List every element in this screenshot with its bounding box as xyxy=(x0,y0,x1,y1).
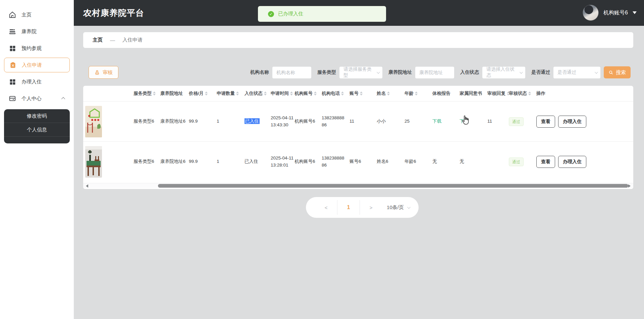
download-link[interactable]: 下载 xyxy=(460,119,469,124)
audit-button-label: 审核 xyxy=(103,69,113,76)
next-page-button[interactable]: > xyxy=(360,205,382,210)
sidebar-item-personal-center[interactable]: 个人中心 xyxy=(4,91,70,106)
room-photo-thumbnail[interactable] xyxy=(85,106,102,137)
sort-icon[interactable] xyxy=(205,90,208,97)
cell-age: 25 xyxy=(404,118,432,125)
sidebar-item-label: 办理入住 xyxy=(21,79,42,85)
cell-org-account: 机构账号6 xyxy=(294,118,321,125)
chevron-up-icon xyxy=(61,97,65,101)
search-button-label: 搜索 xyxy=(616,69,626,76)
audit-button[interactable]: 审核 xyxy=(89,66,118,79)
org-name-label: 机构名称 xyxy=(250,69,269,75)
search-button[interactable]: 搜索 xyxy=(604,66,631,78)
approved-select-value: 是否通过 xyxy=(557,69,576,75)
cell-address: 康养院地址6 xyxy=(160,118,188,125)
sort-icon[interactable] xyxy=(264,90,267,97)
checkin-status-select[interactable]: 请选择入住状态 xyxy=(482,67,525,78)
org-name-input[interactable] xyxy=(272,67,311,78)
scroll-left-arrow-icon[interactable] xyxy=(84,184,88,188)
grid-icon xyxy=(9,45,16,52)
sort-icon[interactable] xyxy=(387,90,390,97)
sort-icon[interactable] xyxy=(153,90,156,97)
table-row: 服务类型6 康养院地址6 99.9 1 已入住 2025-04-1113:28:… xyxy=(83,141,633,182)
sidebar-item-checkin-application[interactable]: 入住申请 xyxy=(4,58,70,72)
checkin-status-label: 入住状态 xyxy=(460,69,479,75)
view-button[interactable]: 查看 xyxy=(536,156,555,168)
approved-label: 是否通过 xyxy=(531,69,550,75)
breadcrumb: 主页 — 入住申请 xyxy=(83,32,633,48)
chevron-down-icon xyxy=(520,70,523,74)
cell-account: 11 xyxy=(349,118,376,125)
sidebar-item-label: 主页 xyxy=(21,12,32,18)
sidebar-item-visit-booking[interactable]: 预约参观 xyxy=(4,41,70,56)
sort-icon[interactable] xyxy=(415,90,418,97)
column-actions: 操作 xyxy=(536,90,633,97)
avatar[interactable] xyxy=(583,5,599,21)
service-type-label: 服务类型 xyxy=(317,69,336,75)
username: 机构账号6 xyxy=(603,9,628,16)
search-icon xyxy=(608,70,613,75)
service-type-select-value: 请选择服务类型 xyxy=(343,66,374,78)
approved-select[interactable]: 是否通过 xyxy=(553,67,600,78)
breadcrumb-root[interactable]: 主页 xyxy=(93,37,103,43)
check-circle-icon: ✓ xyxy=(268,11,274,17)
submenu-item-change-password[interactable]: 修改密码 xyxy=(4,109,70,123)
cell-family-consent: 下载 xyxy=(459,118,487,125)
cell-account: 账号6 xyxy=(349,158,376,165)
cell-health-report: 无 xyxy=(432,158,459,165)
column-name: 姓名 xyxy=(376,90,404,97)
success-toast: ✓ 已办理入住 xyxy=(258,6,386,22)
cell-name: 小小 xyxy=(376,118,404,125)
sidebar-item-nursing-home[interactable]: 康养院 xyxy=(4,24,70,39)
cell-audit-status: 通过 xyxy=(508,117,536,126)
scroll-right-arrow-icon[interactable] xyxy=(628,184,632,188)
grid-icon xyxy=(9,78,16,85)
cell-price: 99.9 xyxy=(188,118,216,125)
sort-icon[interactable] xyxy=(528,90,531,97)
sort-icon[interactable] xyxy=(236,90,239,97)
column-org-phone: 机构电话 xyxy=(321,90,349,97)
cell-actions: 查看 办理入住 xyxy=(536,156,633,168)
breadcrumb-current: 入住申请 xyxy=(122,37,143,43)
process-checkin-button[interactable]: 办理入住 xyxy=(558,116,586,128)
toast-message: 已办理入住 xyxy=(278,11,303,17)
applications-table: 服务类型 康养院地址 价格/月 申请数量 入住状态 申请时间 机构账号 机构电话… xyxy=(83,86,633,189)
cell-health-report: 下载 xyxy=(432,118,459,125)
submenu-item-personal-info[interactable]: 个人信息 xyxy=(4,123,70,137)
column-quantity: 申请数量 xyxy=(216,90,244,97)
download-link[interactable]: 下载 xyxy=(432,119,441,124)
process-checkin-button[interactable]: 办理入住 xyxy=(558,156,586,168)
horizontal-scrollbar[interactable] xyxy=(83,183,633,188)
home-icon xyxy=(9,11,16,18)
prev-page-button[interactable]: < xyxy=(315,205,337,210)
top-header-bar: 农村康养院平台 ✓ 已办理入住 机构账号6 xyxy=(74,0,644,26)
card-icon xyxy=(9,95,16,102)
sort-icon[interactable] xyxy=(290,90,293,97)
address-input[interactable] xyxy=(415,67,454,78)
column-service-type: 服务类型 xyxy=(133,90,160,97)
scrollbar-thumb[interactable] xyxy=(158,184,628,188)
column-health-report: 体检报告 xyxy=(432,90,459,97)
sidebar-item-label: 个人中心 xyxy=(21,95,42,102)
column-checkin-status: 入住状态 xyxy=(244,90,270,97)
cell-family-consent: 无 xyxy=(459,158,487,165)
sidebar-item-process-checkin[interactable]: 办理入住 xyxy=(4,74,70,89)
address-label: 康养院地址 xyxy=(388,69,412,75)
cell-apply-time: 2025-04-1113:28:01 xyxy=(270,155,294,169)
room-photo-thumbnail[interactable] xyxy=(85,146,102,178)
sort-icon[interactable] xyxy=(314,90,317,97)
view-button[interactable]: 查看 xyxy=(536,116,555,128)
sort-icon[interactable] xyxy=(341,90,344,97)
cell-age: 年龄6 xyxy=(404,158,432,165)
cell-name: 姓名6 xyxy=(376,158,404,165)
sidebar-item-home[interactable]: 主页 xyxy=(4,7,70,22)
sort-icon[interactable] xyxy=(360,90,363,97)
cell-audit-reply: 11 xyxy=(487,118,508,125)
cell-checkin-status: 已入住 xyxy=(244,118,270,125)
user-menu[interactable]: 机构账号6 xyxy=(583,5,637,21)
selected-text: 已入住 xyxy=(245,118,260,124)
table-header-row: 服务类型 康养院地址 价格/月 申请数量 入住状态 申请时间 机构账号 机构电话… xyxy=(83,86,633,101)
service-type-select[interactable]: 请选择服务类型 xyxy=(339,67,382,78)
page-size-select[interactable]: 10条/页 xyxy=(387,204,410,211)
current-page[interactable]: 1 xyxy=(337,204,360,210)
